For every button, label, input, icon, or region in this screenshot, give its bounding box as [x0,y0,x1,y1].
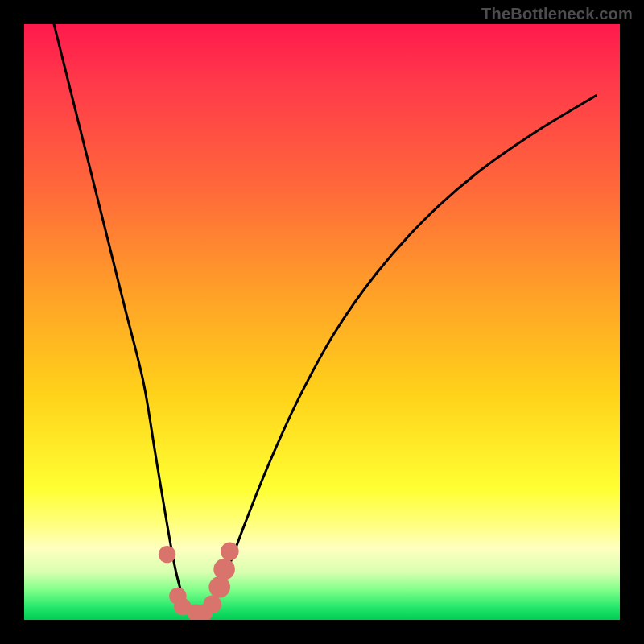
curve-marker [213,559,235,580]
curve-marker [208,576,230,598]
curve-marker [221,543,239,561]
curve-markers [159,543,239,620]
curve-marker [159,546,175,563]
plot-area [24,24,620,620]
bottleneck-curve-path [54,24,596,615]
bottleneck-chart [24,24,620,620]
outer-frame: TheBottleneck.com [0,0,644,644]
watermark-text: TheBottleneck.com [481,5,633,23]
curve-marker [204,596,222,614]
